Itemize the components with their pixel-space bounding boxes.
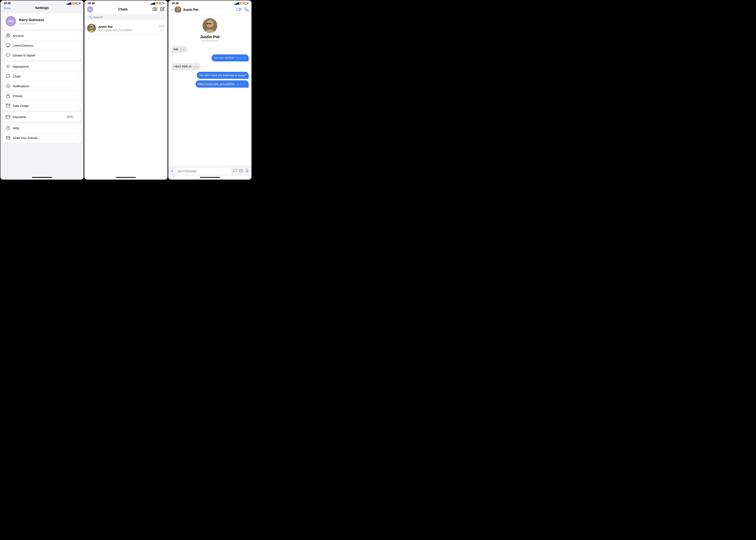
invite-chevron: ›	[77, 136, 78, 139]
donate-row[interactable]: Donate to Signal ›	[3, 51, 81, 60]
profile-card[interactable]: HG Harry Guinness ›	[3, 13, 81, 29]
svg-point-0	[7, 34, 9, 36]
bubble-outgoing-2: You don't have the briefcase to swap?	[197, 72, 249, 79]
msg-text-dont-think: I don't think so	[173, 65, 191, 68]
svg-rect-24	[90, 27, 91, 27]
sun-icon	[6, 64, 10, 69]
data-usage-chevron: ›	[77, 104, 78, 107]
svg-rect-13	[6, 104, 10, 105]
bubble-outgoing-3[interactable]: https://youtu.be/t_vULnoDRfo 16:31 ✓✓	[195, 80, 249, 87]
chats-row[interactable]: Chats ›	[3, 71, 81, 81]
bubble-outgoing-1: Are you red fox? 07:20 ✓✓	[211, 55, 249, 62]
video-call-icon[interactable]	[237, 7, 241, 13]
help-row[interactable]: Help ›	[3, 123, 81, 133]
back-button[interactable]: ‹	[171, 7, 172, 12]
signal-icon-chats: ▂▄▆	[150, 2, 155, 5]
svg-rect-38	[206, 23, 208, 24]
search-bar[interactable]: 🔍	[87, 14, 165, 20]
data-usage-label: Data Usage	[13, 104, 75, 107]
compose-icon[interactable]	[160, 7, 165, 12]
lock-icon	[6, 93, 10, 98]
svg-rect-39	[209, 23, 211, 24]
payments-row[interactable]: Payments BETA ›	[3, 112, 81, 122]
signal-icon: ▂▄▆	[66, 2, 71, 5]
settings-section-2: Appearance › Chats ›	[3, 62, 81, 110]
done-button[interactable]: Done	[4, 6, 11, 10]
microphone-icon[interactable]	[245, 169, 249, 174]
donate-label: Donate to Signal	[13, 54, 75, 57]
time-settings: 18:45	[4, 2, 11, 5]
messages-area: sup 00:30 Are you red fox? 07:20 ✓✓ I do…	[171, 46, 249, 87]
chat-meta-justin: 16:31 ✓✓	[159, 25, 165, 32]
notifications-label: Notifications	[13, 84, 75, 88]
message-input[interactable]	[175, 168, 232, 174]
svg-rect-31	[177, 9, 178, 9]
beta-badge: BETA	[66, 115, 74, 118]
wifi-icon-convo: 📶	[240, 2, 243, 5]
data-usage-row[interactable]: Data Usage ›	[3, 101, 81, 110]
bell-icon	[6, 83, 10, 88]
profile-name: Harry Guinness	[19, 18, 74, 22]
question-circle-icon	[6, 126, 10, 130]
read-tick-1: ✓✓	[243, 57, 246, 59]
svg-rect-30	[176, 9, 177, 9]
chats-chevron: ›	[77, 74, 78, 78]
svg-rect-12	[6, 96, 10, 98]
msg-text-sup: sup	[173, 48, 178, 51]
chats-action-icons	[153, 7, 165, 12]
chats-label: Chats	[13, 74, 75, 78]
message-briefcase: You don't have the briefcase to swap?	[171, 72, 249, 79]
svg-rect-32	[177, 9, 177, 9]
linked-devices-label: Linked Devices	[13, 44, 75, 47]
message-red-fox: Are you red fox? 07:20 ✓✓	[171, 55, 249, 62]
notifications-row[interactable]: Notifications ›	[3, 81, 81, 91]
footer-action-icons	[233, 169, 249, 174]
msg-time-dont-think: 15:50	[193, 66, 198, 68]
chat-item-justin-pot[interactable]: Justin Pot https://youtu.be/t_vULnoDRfo …	[84, 22, 167, 35]
settings-nav: Done Settings	[0, 5, 83, 12]
svg-rect-40	[208, 23, 209, 24]
msg-text-red-fox: Are you red fox?	[214, 56, 235, 60]
svg-marker-34	[240, 8, 241, 10]
conversation-body: Justin Pot sup 00:30 Are you red fox? 07…	[168, 15, 252, 166]
privacy-row[interactable]: Privacy ›	[3, 91, 81, 101]
msg-time-red-fox: 07:20	[237, 57, 242, 60]
profile-subtitle	[19, 23, 37, 25]
chat-preview-justin: https://youtu.be/t_vULnoDRfo	[98, 29, 157, 32]
convo-action-buttons	[237, 7, 249, 13]
read-receipt-icon: ✓✓	[160, 28, 165, 32]
account-chevron: ›	[77, 34, 78, 37]
contact-profile-avatar	[202, 18, 217, 33]
svg-rect-26	[94, 27, 95, 27]
invite-row[interactable]: Invite Your Friends ›	[3, 133, 81, 143]
msg-link-text[interactable]: https://youtu.be/t_vULnoDRfo	[198, 82, 235, 85]
status-bar-chats: 18:46 ▂▄▆ 📶	[84, 0, 167, 5]
chat-avatar-justin	[87, 24, 96, 33]
account-row[interactable]: Account ›	[3, 31, 81, 41]
phone-call-icon[interactable]	[244, 7, 249, 13]
envelope-icon	[6, 135, 10, 140]
home-indicator-chats	[84, 176, 167, 180]
settings-screen: 18:45 ▂▄▆ 📶 Done Settings HG Harry Guinn…	[0, 0, 83, 180]
sticker-icon[interactable]	[233, 169, 237, 174]
monitor-icon	[6, 43, 10, 48]
chat-bubble-icon	[6, 74, 10, 78]
search-input[interactable]	[93, 15, 163, 19]
notifications-chevron: ›	[77, 84, 78, 87]
camera-icon[interactable]	[153, 7, 157, 12]
appearance-row[interactable]: Appearance ›	[3, 62, 81, 71]
card-icon	[6, 114, 10, 119]
svg-point-3	[7, 66, 9, 67]
convo-header: ‹ Justin Pot	[168, 5, 252, 15]
message-link: https://youtu.be/t_vULnoDRfo 16:31 ✓✓	[171, 80, 249, 87]
msg-time-link: 16:31	[237, 83, 242, 85]
svg-rect-35	[237, 8, 240, 11]
user-avatar-small[interactable]: HG	[87, 6, 93, 12]
linked-devices-row[interactable]: Linked Devices ›	[3, 41, 81, 51]
search-icon: 🔍	[89, 16, 92, 19]
help-chevron: ›	[77, 126, 78, 130]
contact-profile-section: Justin Pot	[200, 18, 220, 42]
camera-icon-footer[interactable]	[239, 169, 243, 174]
add-attachment-button[interactable]: +	[171, 169, 173, 174]
svg-rect-23	[91, 27, 93, 27]
